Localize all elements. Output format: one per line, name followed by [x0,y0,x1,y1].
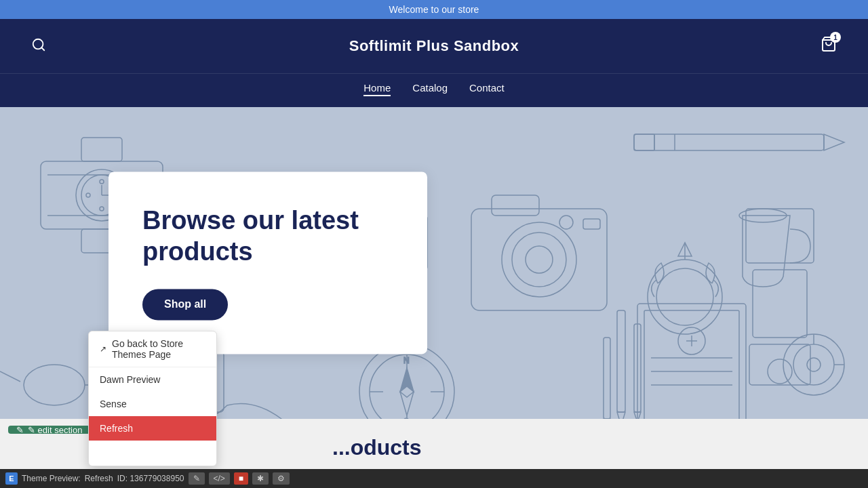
main-nav: Home Catalog Contact [0,73,868,107]
announcement-text: Welcome to our store [389,4,479,15]
toolbar-settings-btn[interactable]: ✱ [252,472,269,485]
toolbar-id: ID: 136779038950 [117,474,184,483]
toolbar-stop-btn[interactable]: ■ [234,472,248,485]
svg-line-1 [41,47,44,50]
header: Softlimit Plus Sandbox 1 [0,19,868,73]
site-title: Softlimit Plus Sandbox [349,37,519,55]
toolbar-edit-btn[interactable]: ✎ [189,472,205,485]
edit-section-label: ✎ edit section [28,425,82,435]
edit-section-button[interactable]: ✎ ✎ edit section [8,426,90,434]
hero-card: Browse our latest products Shop all [108,171,427,354]
svg-text:N: N [403,356,410,365]
dropdown-item-dawn[interactable]: Dawn Preview [89,367,216,392]
search-button[interactable] [27,33,50,60]
toolbar-logo: E [5,472,18,485]
dropdown-item-refresh[interactable]: Refresh [89,416,216,441]
dropdown-item-store-themes[interactable]: ↗ Go back to Store Themes Page [89,331,216,367]
nav-item-home[interactable]: Home [363,82,391,96]
cart-button[interactable]: 1 [816,32,841,60]
dropdown-item-sense[interactable]: Sense [89,392,216,416]
bottom-toolbar: E Theme Preview: Refresh ID: 13677903895… [0,469,868,488]
nav-item-catalog[interactable]: Catalog [412,82,448,96]
shop-all-button[interactable]: Shop all [142,289,228,321]
header-right: 1 [816,32,841,60]
edit-icon: ✎ [16,425,24,435]
announcement-bar: Welcome to our store [0,0,868,19]
toolbar-theme-preview-label: Theme Preview: [22,474,81,483]
nav-item-contact[interactable]: Contact [469,82,505,96]
context-dropdown: ↗ Go back to Store Themes Page Dawn Prev… [88,331,217,466]
toolbar-more-btn[interactable]: ⚙ [273,472,290,485]
toolbar-theme-name: Refresh [85,474,113,483]
header-left [27,33,50,60]
hero-title: Browse our latest products [142,205,387,267]
cart-badge: 1 [830,32,841,43]
toolbar-code-btn[interactable]: </> [209,472,230,485]
external-link-icon: ↗ [100,344,106,354]
